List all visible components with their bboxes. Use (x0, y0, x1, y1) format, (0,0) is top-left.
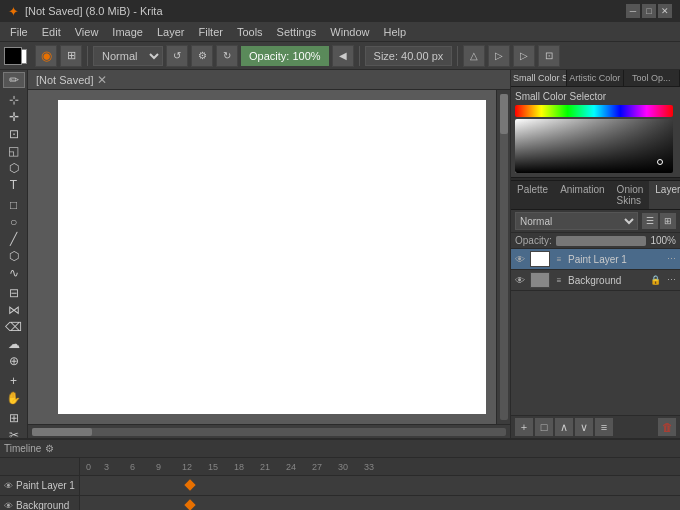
tool-rectangle[interactable]: □ (3, 197, 25, 213)
vscrollbar-thumb[interactable] (500, 94, 508, 134)
menu-edit[interactable]: Edit (36, 24, 67, 40)
menu-view[interactable]: View (69, 24, 105, 40)
vertical-scrollbar[interactable] (496, 90, 510, 424)
layer-type-icon: ≡ (553, 274, 565, 286)
layer-options-btn[interactable]: ☰ (642, 213, 658, 229)
tab-tool-options[interactable]: Tool Op... (624, 70, 680, 86)
tool-eraser[interactable]: ⌫ (3, 319, 25, 335)
close-button[interactable]: ✕ (658, 4, 672, 18)
tab-small-color-selector[interactable]: Small Color Sel... (511, 70, 567, 86)
duplicate-layer-button[interactable]: □ (535, 418, 553, 436)
layers-panel: Normal ☰ ⊞ Opacity: 100% 👁 (511, 210, 680, 438)
menu-settings[interactable]: Settings (271, 24, 323, 40)
tool-freehand-brush[interactable]: ✏ (3, 72, 25, 88)
tool-fill[interactable]: ⬡ (3, 160, 25, 176)
tool-clone[interactable]: ⊕ (3, 353, 25, 369)
layer-blend-mode-select[interactable]: Normal (515, 212, 638, 230)
move-layer-down-button[interactable]: ∨ (575, 418, 593, 436)
tool-select-contiguous[interactable]: ⋈ (3, 302, 25, 318)
brush-shape-2-btn[interactable]: ▷ (488, 45, 510, 67)
color-swatch-area[interactable] (4, 44, 32, 68)
canvas-row (28, 90, 510, 424)
tool-scissors[interactable]: ✂ (3, 427, 25, 438)
tool-gradient[interactable]: ◱ (3, 143, 25, 159)
layer-more-btn[interactable]: ⋯ (664, 273, 678, 287)
brush-shape-4-btn[interactable]: ⊡ (538, 45, 560, 67)
track-name-1: Paint Layer 1 (16, 480, 75, 491)
menu-layer[interactable]: Layer (151, 24, 191, 40)
tool-crop[interactable]: ⊡ (3, 126, 25, 142)
tool-line[interactable]: ╱ (3, 231, 25, 247)
layer-opacity-value: 100% (650, 235, 676, 246)
color-sv-box[interactable] (515, 119, 673, 173)
foreground-color-swatch[interactable] (4, 47, 22, 65)
tool-select-rect[interactable]: ⊟ (3, 285, 25, 301)
vscrollbar-track (500, 94, 508, 420)
tab-palette[interactable]: Palette (511, 181, 554, 209)
layer-lock-icon (649, 253, 661, 265)
tab-artistic-color[interactable]: Artistic Color Sel... (567, 70, 623, 86)
brush-shape-1-btn[interactable]: △ (463, 45, 485, 67)
menu-filter[interactable]: Filter (192, 24, 228, 40)
tool-pan[interactable]: ✋ (3, 390, 25, 406)
layer-properties-button[interactable]: ≡ (595, 418, 613, 436)
layer-more-btn[interactable]: ⋯ (664, 252, 678, 266)
opacity-down-btn[interactable]: ◀ (332, 45, 354, 67)
move-layer-up-button[interactable]: ∧ (555, 418, 573, 436)
blend-mode-select[interactable]: Normal (93, 46, 163, 66)
delete-layer-button[interactable]: 🗑 (658, 418, 676, 436)
layer-row[interactable]: 👁 ≡ Background 🔒 ⋯ (511, 270, 680, 291)
tool-bezier[interactable]: ∿ (3, 265, 25, 281)
layer-grid-btn[interactable]: ⊞ (660, 213, 676, 229)
menu-help[interactable]: Help (377, 24, 412, 40)
ruler-mark: 33 (364, 462, 390, 472)
tab-animation[interactable]: Animation (554, 181, 610, 209)
layer-row[interactable]: 👁 ≡ Paint Layer 1 ⋯ (511, 249, 680, 270)
timeline-track-area[interactable] (80, 476, 680, 510)
add-layer-button[interactable]: + (515, 418, 533, 436)
track-name-2: Background (16, 500, 69, 510)
minimize-button[interactable]: ─ (626, 4, 640, 18)
layer-visibility-toggle[interactable]: 👁 (513, 273, 527, 287)
rotate-button[interactable]: ↻ (216, 45, 238, 67)
layer-opacity-bar[interactable] (556, 236, 647, 246)
timeline-track-name: 👁 Paint Layer 1 (0, 476, 79, 496)
right-panel: Small Color Sel... Artistic Color Sel...… (510, 70, 680, 438)
maximize-button[interactable]: □ (642, 4, 656, 18)
menu-tools[interactable]: Tools (231, 24, 269, 40)
color-panel-tabs: Small Color Sel... Artistic Color Sel...… (511, 70, 680, 87)
color-hue-bar[interactable] (515, 105, 673, 117)
keyframe[interactable] (184, 499, 195, 510)
brush-settings-button[interactable]: ⚙ (191, 45, 213, 67)
layer-opacity-label: Opacity: (515, 235, 552, 246)
menu-file[interactable]: File (4, 24, 34, 40)
tool-transform[interactable]: ⊹ (3, 92, 25, 108)
color-wheel-button[interactable]: ◉ (35, 45, 57, 67)
tool-zoom[interactable]: + (3, 373, 25, 389)
tool-ellipse[interactable]: ○ (3, 214, 25, 230)
tool-move[interactable]: ✛ (3, 109, 25, 125)
tool-add-layer[interactable]: ⊞ (3, 410, 25, 426)
tool-text[interactable]: T (3, 177, 25, 193)
size-display: Size: 40.00 px (365, 46, 453, 66)
keyframe[interactable] (184, 479, 195, 490)
menu-window[interactable]: Window (324, 24, 375, 40)
canvas-close-button[interactable]: ✕ (97, 73, 107, 87)
brush-shape-3-btn[interactable]: ▷ (513, 45, 535, 67)
horizontal-scrollbar[interactable] (28, 424, 510, 438)
tool-smudge[interactable]: ☁ (3, 336, 25, 352)
layer-visibility-toggle[interactable]: 👁 (513, 252, 527, 266)
tool-polygon[interactable]: ⬡ (3, 248, 25, 264)
canvas-tab: [Not Saved] ✕ (28, 70, 510, 90)
menu-image[interactable]: Image (106, 24, 149, 40)
tab-onion-skins[interactable]: Onion Skins (611, 181, 650, 209)
reset-button[interactable]: ↺ (166, 45, 188, 67)
canvas-scroll-area[interactable] (28, 90, 496, 424)
brush-preset-button[interactable]: ⊞ (60, 45, 82, 67)
timeline-track-row (80, 496, 680, 510)
timeline-track-row (80, 476, 680, 496)
drawing-canvas[interactable] (58, 100, 486, 414)
hscrollbar-thumb[interactable] (32, 428, 92, 436)
tab-layers[interactable]: Layers (649, 181, 680, 209)
toolbar-sep-3 (457, 46, 458, 66)
